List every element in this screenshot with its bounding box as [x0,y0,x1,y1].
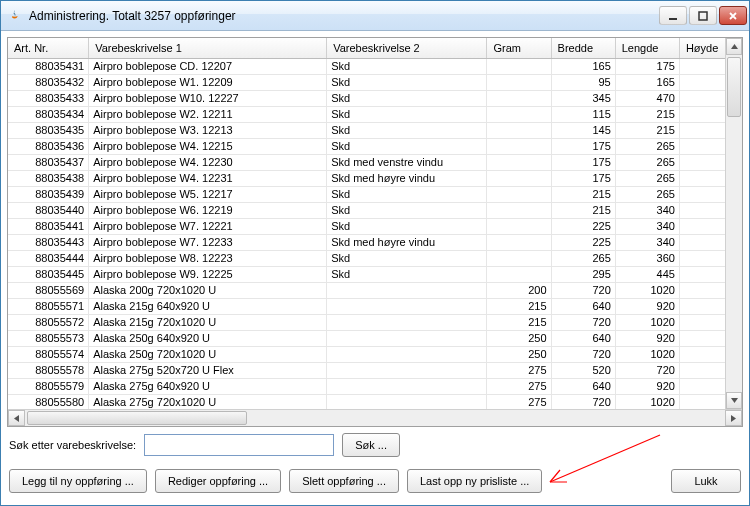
cell[interactable]: 920 [615,378,679,394]
cell[interactable]: Alaska 275g 520x720 U Flex [89,362,327,378]
cell[interactable]: 340 [615,202,679,218]
scroll-up-icon[interactable] [726,38,742,55]
cell[interactable]: 1020 [615,282,679,298]
cell[interactable]: Skd [327,186,487,202]
cell[interactable]: 115 [551,106,615,122]
col-art-nr[interactable]: Art. Nr. [8,38,89,58]
scroll-left-icon[interactable] [8,410,25,426]
table-row[interactable]: 88035435Airpro boblepose W3. 12213Skd145… [8,122,742,138]
cell[interactable]: 295 [551,266,615,282]
cell[interactable]: 1020 [615,394,679,409]
cell[interactable]: 275 [487,362,551,378]
cell[interactable]: 165 [615,74,679,90]
table-row[interactable]: 88035436Airpro boblepose W4. 12215Skd175… [8,138,742,154]
cell[interactable]: Skd med høyre vindu [327,234,487,250]
cell[interactable]: 88035436 [8,138,89,154]
cell[interactable]: 720 [615,362,679,378]
cell[interactable] [487,154,551,170]
cell[interactable]: Skd [327,106,487,122]
cell[interactable] [327,330,487,346]
table-row[interactable]: 88055573Alaska 250g 640x920 U250640920 [8,330,742,346]
scroll-right-icon[interactable] [725,410,742,426]
table-row[interactable]: 88035440Airpro boblepose W6. 12219Skd215… [8,202,742,218]
col-bredde[interactable]: Bredde [551,38,615,58]
cell[interactable]: Airpro boblepose W8. 12223 [89,250,327,266]
table-row[interactable]: 88035445Airpro boblepose W9. 12225Skd295… [8,266,742,282]
cell[interactable]: Alaska 250g 640x920 U [89,330,327,346]
upload-pricelist-button[interactable]: Last opp ny prisliste ... [407,469,542,493]
cell[interactable] [327,346,487,362]
cell[interactable]: 720 [551,394,615,409]
cell[interactable]: Airpro boblepose W4. 12230 [89,154,327,170]
cell[interactable]: 340 [615,234,679,250]
cell[interactable]: Airpro boblepose W1. 12209 [89,74,327,90]
cell[interactable]: 88035437 [8,154,89,170]
cell[interactable]: 88055569 [8,282,89,298]
cell[interactable]: 175 [551,138,615,154]
cell[interactable]: 265 [615,154,679,170]
cell[interactable]: Airpro boblepose CD. 12207 [89,58,327,74]
cell[interactable]: 215 [551,186,615,202]
cell[interactable]: 175 [551,170,615,186]
cell[interactable] [327,394,487,409]
table-row[interactable]: 88035433Airpro boblepose W10. 12227Skd34… [8,90,742,106]
cell[interactable]: Airpro boblepose W5. 12217 [89,186,327,202]
delete-entry-button[interactable]: Slett oppføring ... [289,469,399,493]
cell[interactable]: 265 [615,170,679,186]
cell[interactable]: 250 [487,346,551,362]
cell[interactable]: 165 [551,58,615,74]
col-varebeskrivelse1[interactable]: Varebeskrivelse 1 [89,38,327,58]
cell[interactable] [327,298,487,314]
col-lengde[interactable]: Lengde [615,38,679,58]
cell[interactable]: Skd [327,266,487,282]
search-input[interactable] [144,434,334,456]
cell[interactable]: Airpro boblepose W7. 12221 [89,218,327,234]
cell[interactable]: 720 [551,346,615,362]
cell[interactable] [487,58,551,74]
table-row[interactable]: 88035441Airpro boblepose W7. 12221Skd225… [8,218,742,234]
table-row[interactable]: 88055569Alaska 200g 720x1020 U2007201020 [8,282,742,298]
cell[interactable] [487,122,551,138]
cell[interactable]: 720 [551,282,615,298]
cell[interactable] [327,314,487,330]
cell[interactable]: Airpro boblepose W7. 12233 [89,234,327,250]
cell[interactable]: Alaska 200g 720x1020 U [89,282,327,298]
cell[interactable]: 88035443 [8,234,89,250]
table-row[interactable]: 88055574Alaska 250g 720x1020 U2507201020 [8,346,742,362]
cell[interactable]: Skd med høyre vindu [327,170,487,186]
cell[interactable] [487,202,551,218]
cell[interactable]: 345 [551,90,615,106]
cell[interactable]: Airpro boblepose W2. 12211 [89,106,327,122]
scroll-down-icon[interactable] [726,392,742,409]
cell[interactable] [487,186,551,202]
cell[interactable]: 215 [551,202,615,218]
cell[interactable]: 1020 [615,314,679,330]
cell[interactable]: 88035432 [8,74,89,90]
table-row[interactable]: 88035431Airpro boblepose CD. 12207Skd165… [8,58,742,74]
cell[interactable]: Airpro boblepose W9. 12225 [89,266,327,282]
close-button[interactable] [719,6,747,25]
cell[interactable]: 720 [551,314,615,330]
table-row[interactable]: 88055580Alaska 275g 720x1020 U2757201020 [8,394,742,409]
table-row[interactable]: 88035444Airpro boblepose W8. 12223Skd265… [8,250,742,266]
cell[interactable]: 225 [551,234,615,250]
cell[interactable]: Skd [327,138,487,154]
cell[interactable]: Alaska 275g 640x920 U [89,378,327,394]
cell[interactable] [487,74,551,90]
table-row[interactable]: 88035443Airpro boblepose W7. 12233Skd me… [8,234,742,250]
cell[interactable]: 88035431 [8,58,89,74]
table-row[interactable]: 88055572Alaska 215g 720x1020 U2157201020 [8,314,742,330]
cell[interactable]: Airpro boblepose W4. 12215 [89,138,327,154]
cell[interactable]: 470 [615,90,679,106]
cell[interactable]: 640 [551,378,615,394]
cell[interactable]: Airpro boblepose W6. 12219 [89,202,327,218]
cell[interactable]: 920 [615,330,679,346]
cell[interactable]: 88035441 [8,218,89,234]
cell[interactable]: Skd [327,90,487,106]
cell[interactable]: 175 [551,154,615,170]
cell[interactable]: 215 [487,314,551,330]
cell[interactable]: 1020 [615,346,679,362]
cell[interactable]: 640 [551,330,615,346]
cell[interactable] [487,218,551,234]
cell[interactable]: 88035434 [8,106,89,122]
